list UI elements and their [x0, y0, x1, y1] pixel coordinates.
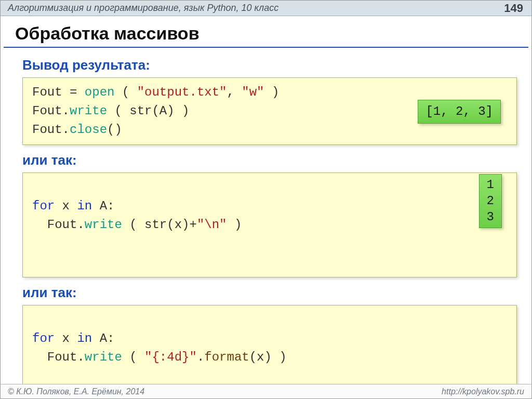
main-content: Вывод результата: Fout = open ( "output.…: [1, 48, 531, 399]
header-bar: Алгоритмизация и программирование, язык …: [1, 1, 531, 16]
page-title: Обработка массивов: [4, 16, 528, 48]
code-line: for x in A:: [32, 331, 114, 345]
code-line: for x in A:: [32, 199, 114, 213]
code-line: Fout = open ( "output.txt", "w" ): [32, 83, 507, 102]
code-block-3: for x in A: Fout.write ( "{:4d}".format(…: [22, 305, 517, 391]
subhead-alt2: или так:: [22, 285, 517, 301]
footer-url: http://kpolyakov.spb.ru: [442, 387, 524, 396]
code-block-1: Fout = open ( "output.txt", "w" ) Fout.w…: [22, 77, 517, 145]
code-line: Fout.write ( "{:4d}".format(x) ): [32, 350, 287, 364]
footer-bar: © К.Ю. Поляков, Е.А. Ерёмин, 2014 http:/…: [1, 384, 531, 398]
page-number: 149: [504, 2, 523, 15]
footer-copyright: © К.Ю. Поляков, Е.А. Ерёмин, 2014: [8, 387, 144, 396]
code-block-2: for x in A: Fout.write ( str(x)+"\n" ) 1…: [22, 172, 517, 277]
subhead-alt1: или так:: [22, 152, 517, 168]
breadcrumb: Алгоритмизация и программирование, язык …: [8, 3, 278, 14]
output-badge-2: 1 2 3: [479, 174, 502, 228]
output-badge-1: [1, 2, 3]: [418, 100, 501, 124]
code-line: Fout.write ( str(x)+"\n" ): [32, 218, 242, 232]
subhead-output: Вывод результата:: [22, 57, 517, 73]
